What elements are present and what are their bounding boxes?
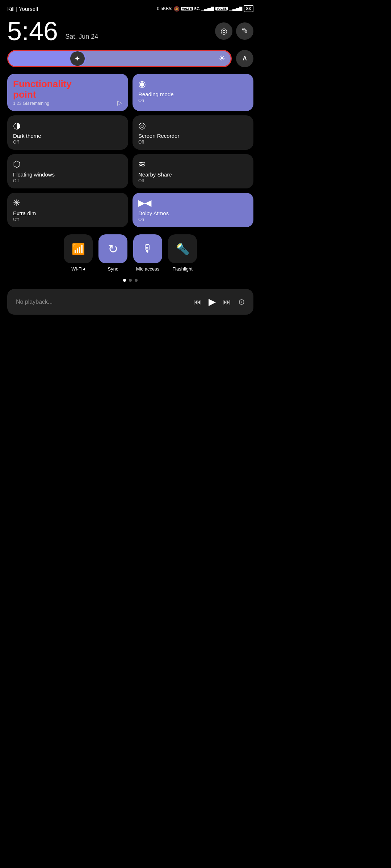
dot-2 — [129, 279, 132, 282]
brightness-fill: ✦ — [8, 51, 86, 66]
nearby-share-status: Off — [138, 178, 248, 183]
mic-icon-symbol: 🎙 — [142, 243, 153, 255]
sun-low-icon: ✦ — [74, 54, 80, 63]
extra-dim-icon: ✳ — [13, 198, 122, 208]
tile-reading-mode[interactable]: ◉ Reading mode On — [133, 74, 253, 111]
wifi-label: Wi-Fi◂ — [71, 266, 85, 272]
status-right-area: 0.5KB/s 🔕 VoLTE 5G ▁▃▅▇ VoLTE ▁▃▅▇ 83 — [157, 5, 253, 12]
sync-icon: ↻ — [98, 234, 127, 263]
clock-area: 5:46 Sat, Jun 24 ◎ ✎ — [0, 14, 261, 48]
small-tiles-row: 📶 Wi-Fi◂ ↻ Sync 🎙 Mic access 🔦 Flashligh… — [0, 231, 261, 275]
screen-recorder-label: Screen Recorder — [138, 133, 248, 139]
brightness-high-icon: ☀ — [218, 54, 226, 63]
sync-icon-symbol: ↻ — [108, 242, 118, 256]
dark-theme-icon: ◑ — [13, 120, 122, 131]
volte1-badge: VoLTE — [181, 7, 193, 10]
dolby-atmos-label: Dolby Atmos — [138, 210, 248, 216]
tile-dark-theme[interactable]: ◑ Dark theme Off — [7, 115, 128, 150]
functionality-sub: 1.23 GB remaining — [13, 101, 122, 106]
dark-theme-status: Off — [13, 140, 122, 145]
nearby-share-icon: ≋ — [138, 159, 248, 169]
media-next-button[interactable]: ⏭ — [223, 297, 231, 307]
screen-recorder-icon: ◎ — [138, 120, 248, 131]
floating-windows-icon: ⬡ — [13, 159, 122, 169]
tile-extra-dim[interactable]: ✳ Extra dim Off — [7, 193, 128, 227]
settings-button[interactable]: ◎ — [215, 22, 232, 40]
media-cast-button[interactable]: ⊙ — [238, 297, 245, 307]
quick-tiles-grid: Functionalitypoint 1.23 GB remaining ▷ ◉… — [0, 69, 261, 231]
network-speed: 0.5KB/s — [157, 6, 172, 11]
tile-dolby-atmos[interactable]: ▶◀ Dolby Atmos On — [133, 193, 253, 227]
tile-floating-windows[interactable]: ⬡ Floating windows Off — [7, 154, 128, 188]
reading-mode-status: On — [138, 98, 248, 103]
reading-mode-icon: ◉ — [138, 79, 248, 89]
brightness-knob: ✦ — [70, 51, 85, 66]
battery-level: 83 — [246, 6, 251, 11]
mute-icon: 🔕 — [174, 6, 180, 12]
media-controls: ⏮ ▶ ⏭ ⊙ — [193, 296, 245, 307]
tile-screen-recorder[interactable]: ◎ Screen Recorder Off — [133, 115, 253, 150]
app-name: Kill | Yourself — [7, 6, 38, 12]
media-prev-button[interactable]: ⏮ — [193, 297, 201, 307]
dot-1 — [123, 279, 126, 282]
media-no-playback: No playback... — [16, 299, 188, 305]
dot-3 — [135, 279, 138, 282]
5g-badge: 5G — [194, 7, 200, 11]
clock-time: 5:46 — [7, 18, 58, 44]
tile-functionality[interactable]: Functionalitypoint 1.23 GB remaining ▷ — [7, 74, 128, 111]
clock-action-buttons: ◎ ✎ — [215, 22, 253, 40]
dark-theme-label: Dark theme — [13, 133, 122, 139]
small-tile-sync[interactable]: ↻ Sync — [98, 234, 127, 272]
wifi-icon: 📶 — [64, 234, 93, 263]
dolby-atmos-icon: ▶◀ — [138, 198, 248, 208]
mic-icon: 🎙 — [133, 234, 162, 263]
signal-bars-1: ▁▃▅▇ — [201, 6, 214, 11]
flashlight-icon: 🔦 — [168, 234, 197, 263]
edit-icon: ✎ — [241, 26, 248, 36]
reading-mode-label: Reading mode — [138, 91, 248, 97]
status-bar: Kill | Yourself 0.5KB/s 🔕 VoLTE 5G ▁▃▅▇ … — [0, 0, 261, 14]
edit-button[interactable]: ✎ — [236, 22, 253, 40]
sync-label: Sync — [108, 266, 118, 272]
clock-date: Sat, Jun 24 — [65, 33, 98, 41]
tile-nearby-share[interactable]: ≋ Nearby Share Off — [133, 154, 253, 188]
functionality-label: Functionalitypoint — [13, 79, 122, 99]
flashlight-icon-symbol: 🔦 — [176, 243, 189, 255]
extra-dim-status: Off — [13, 217, 122, 222]
wifi-icon-symbol: 📶 — [72, 243, 85, 255]
chevron-icon: ▷ — [117, 99, 122, 107]
brightness-row: ✦ ☀ A — [0, 48, 261, 69]
volte2-badge: VoLTE — [215, 7, 227, 10]
signal-bars-2: ▁▃▅▇ — [229, 6, 242, 11]
mic-label: Mic access — [136, 266, 159, 272]
media-play-button[interactable]: ▶ — [209, 296, 216, 307]
small-tile-wifi[interactable]: 📶 Wi-Fi◂ — [64, 234, 93, 272]
extra-dim-label: Extra dim — [13, 210, 122, 216]
brightness-auto-button[interactable]: A — [236, 50, 253, 67]
floating-windows-status: Off — [13, 178, 122, 183]
page-dots — [0, 275, 261, 286]
brightness-slider[interactable]: ✦ ☀ — [7, 50, 232, 67]
small-tile-mic[interactable]: 🎙 Mic access — [133, 234, 162, 272]
media-player: No playback... ⏮ ▶ ⏭ ⊙ — [7, 289, 253, 315]
battery-indicator: 83 — [244, 5, 253, 12]
screen-recorder-status: Off — [138, 140, 248, 145]
dolby-atmos-status: On — [138, 217, 248, 222]
flashlight-label: Flashlight — [172, 266, 193, 272]
nearby-share-label: Nearby Share — [138, 171, 248, 178]
auto-brightness-label: A — [243, 55, 247, 62]
small-tile-flashlight[interactable]: 🔦 Flashlight — [168, 234, 197, 272]
floating-windows-label: Floating windows — [13, 171, 122, 178]
settings-icon: ◎ — [220, 26, 227, 36]
